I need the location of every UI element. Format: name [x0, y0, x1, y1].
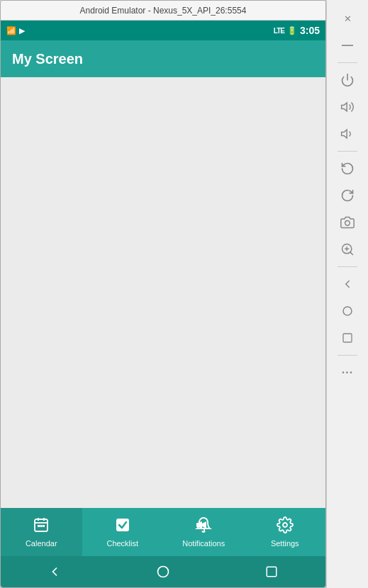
emulator-window: Android Emulator - Nexus_5X_API_26:5554 … — [0, 0, 326, 588]
system-nav — [1, 556, 325, 587]
play-icon: ▶ — [19, 26, 25, 35]
nav-label-settings: Settings — [271, 539, 299, 548]
status-bar: 📶 ▶ LTE 🔋 3:05 — [1, 21, 325, 40]
calendar-icon — [33, 516, 50, 538]
separator-3 — [338, 266, 357, 267]
svg-point-12 — [157, 567, 168, 577]
title-bar: Android Emulator - Nexus_5X_API_26:5554 — [1, 1, 325, 21]
svg-rect-4 — [38, 525, 40, 527]
svg-rect-9 — [196, 523, 199, 527]
svg-rect-5 — [40, 525, 43, 527]
separator-4 — [338, 355, 357, 356]
svg-rect-6 — [43, 525, 45, 527]
power-button[interactable] — [335, 67, 360, 93]
nav-label-checklist: Checklist — [106, 539, 138, 548]
settings-icon — [277, 516, 294, 538]
svg-point-22 — [343, 307, 352, 315]
home-button[interactable] — [149, 558, 177, 586]
svg-point-11 — [283, 523, 287, 527]
app-bar: My Screen — [1, 40, 325, 77]
close-button[interactable]: ✕ — [335, 6, 360, 31]
phone-frame: 📶 ▶ LTE 🔋 3:05 My Screen — [1, 21, 325, 587]
nav-label-notifications: Notifications — [182, 539, 225, 548]
nav-item-checklist[interactable]: Checklist — [82, 508, 164, 556]
svg-rect-7 — [116, 519, 129, 531]
svg-line-19 — [350, 252, 353, 255]
volume-up-button[interactable] — [335, 94, 360, 120]
notifications-icon — [195, 516, 212, 538]
rotate-left-button[interactable] — [335, 156, 360, 181]
status-bar-right: LTE 🔋 3:05 — [274, 25, 320, 36]
clock: 3:05 — [300, 25, 320, 36]
recents-button[interactable] — [257, 558, 286, 586]
nav-item-notifications[interactable]: Notifications — [163, 508, 245, 556]
separator-1 — [338, 62, 357, 63]
window-title: Android Emulator - Nexus_5X_API_26:5554 — [80, 6, 247, 16]
svg-marker-16 — [342, 130, 347, 138]
nav-item-settings[interactable]: Settings — [245, 508, 326, 556]
rotate-right-button[interactable] — [335, 183, 360, 208]
zoom-button[interactable] — [335, 237, 360, 262]
nav-back-icon[interactable] — [335, 271, 360, 297]
volume-down-button[interactable] — [335, 121, 360, 147]
minimize-button[interactable]: — — [335, 33, 360, 58]
bottom-nav: Calendar Checklist — [1, 508, 325, 556]
status-bar-left: 📶 ▶ — [6, 26, 25, 35]
more-button[interactable]: ··· — [335, 360, 360, 385]
back-button[interactable] — [40, 558, 69, 586]
sidebar-controls: ✕ — — [326, 0, 368, 588]
battery-icon: 🔋 — [287, 26, 297, 35]
nav-item-calendar[interactable]: Calendar — [1, 508, 82, 556]
app-bar-title: My Screen — [12, 51, 83, 67]
svg-rect-23 — [343, 334, 352, 342]
checklist-icon — [114, 516, 131, 538]
network-icon: LTE — [274, 27, 284, 35]
svg-marker-15 — [342, 103, 347, 111]
screenshot-button[interactable] — [335, 210, 360, 235]
nav-label-calendar: Calendar — [26, 539, 57, 548]
nav-home-icon[interactable] — [335, 298, 360, 324]
nav-recents-icon[interactable] — [335, 325, 360, 351]
sim-icon: 📶 — [6, 26, 16, 35]
separator-2 — [338, 151, 357, 152]
main-content — [1, 77, 325, 508]
svg-point-17 — [345, 221, 350, 226]
svg-rect-13 — [267, 567, 277, 577]
